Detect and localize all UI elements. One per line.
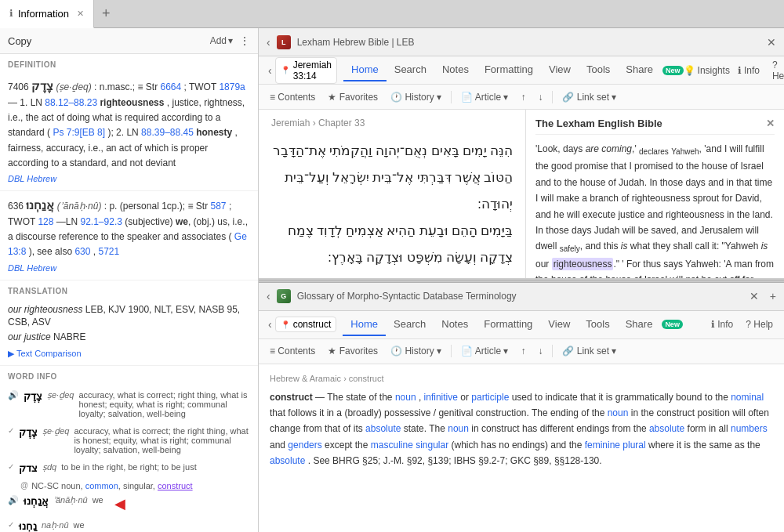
noun-link-2[interactable]: noun [608,407,629,418]
new-tab-button[interactable]: + [94,5,118,22]
info-button-bottom[interactable]: ℹ Info [706,317,738,331]
bottom-resource-title: Glossary of Morpho-Syntactic Database Te… [294,291,743,302]
tab-formatting-top[interactable]: Formatting [477,59,541,81]
link-5721[interactable]: 5721 [98,246,119,257]
link-set-btn-bottom[interactable]: 🔗 Link set ▾ [557,344,621,358]
tab-information[interactable]: ℹ Information ✕ [0,0,94,28]
str-link-1[interactable]: 6664 [160,81,181,92]
check-icon-3: ✓ [8,462,14,471]
bottom-close-tab-button[interactable]: ✕ [746,288,762,304]
location-text[interactable]: Jeremiah 33:14 [293,60,332,81]
top-panel-actions: 💡 Insights ℹ Info ? Help [684,58,784,83]
noun-link[interactable]: noun [395,392,416,403]
top-panel-tabs: Home Search Notes Formatting View Tools … [343,59,684,81]
contents-btn-bottom[interactable]: ≡ Contents [265,344,320,358]
bottom-back-button[interactable]: ‹ [263,288,274,304]
word-info-entry-1: 🔊 צֶדֶק ṣe·ḏeq accuracy, what is correct… [8,389,250,420]
audio-icon-1[interactable]: 🔊 [8,390,19,400]
bottom-location-icon: 📍 [281,320,290,329]
bottom-prev-button[interactable]: ‹ [265,317,275,332]
ln-link-1[interactable]: 88.12–88.23 [45,97,97,108]
ln-link-1b[interactable]: 88.39–88.45 [141,127,194,138]
numbers-link[interactable]: numbers [731,423,768,434]
absolute-link[interactable]: absolute [365,423,401,434]
favorites-btn-top[interactable]: ★ Favorites [323,90,383,104]
translation-line-2: our justice NABRE [8,331,250,344]
noun-link-3[interactable]: noun [448,423,469,434]
tab-close-icon[interactable]: ✕ [77,9,84,19]
down-btn-bottom[interactable]: ↓ [533,344,547,358]
wi-def-4: we [93,495,103,505]
text-comparison-link[interactable]: ▶ Text Comparison [8,349,82,359]
tab-share-top[interactable]: Share [618,59,661,81]
add-button[interactable]: Add ▾ [210,35,233,46]
ln2-label: —LN [56,216,81,227]
infinitive-link[interactable]: infinitive [424,392,458,403]
tab-notes-top[interactable]: Notes [434,59,477,81]
twot-link-1[interactable]: 1879a [219,81,245,92]
tab-tools-bottom[interactable]: Tools [578,313,617,336]
help-button-top[interactable]: ? Help [768,58,784,83]
history-btn-top[interactable]: 🕐 History ▾ [386,90,446,104]
link-630[interactable]: 630 [74,246,90,257]
tab-search-bottom[interactable]: Search [386,313,434,336]
top-back-button[interactable]: ‹ [263,34,274,50]
insights-button[interactable]: 💡 Insights [684,65,730,76]
tab-home-bottom[interactable]: Home [343,313,386,336]
top-close-panel-button[interactable]: ✕ [764,34,779,50]
favorites-btn-bottom[interactable]: ★ Favorites [323,344,383,358]
new-badge-top: New [662,66,684,75]
bottom-panel-header: ‹ G Glossary of Morpho-Syntactic Databas… [259,283,784,311]
tab-view-bottom[interactable]: View [540,313,578,336]
tab-home-top[interactable]: Home [343,59,387,81]
tab-tools-top[interactable]: Tools [579,59,618,81]
up-btn-top[interactable]: ↑ [516,90,530,104]
more-options-button[interactable]: ⋮ [239,34,250,47]
genders-link[interactable]: genders [288,440,321,451]
tab-share-bottom[interactable]: Share [618,313,661,336]
absolute-link-2[interactable]: absolute [649,423,684,434]
ln-link-2[interactable]: 92.1–92.3 [81,216,122,227]
ps-link[interactable]: Ps 7:9[EB 8] [53,127,105,138]
down-btn-top[interactable]: ↓ [533,90,547,104]
definition-section-header: DEFINITION [0,54,258,72]
tab-notes-bottom[interactable]: Notes [434,313,476,336]
absolute-link-3[interactable]: absolute [270,455,305,466]
top-prev-button[interactable]: ‹ [265,63,275,78]
participle-link[interactable]: participle [471,392,509,403]
bottom-close-panel-button[interactable]: + [767,288,779,304]
contents-btn-top[interactable]: ≡ Contents [265,90,320,104]
twot-link-2[interactable]: 128 [38,216,53,227]
trans-bibles-2: NABRE [53,331,85,342]
help-button-bottom[interactable]: ? Help [741,317,778,331]
entry1-transliteration: (ṣe·ḏeq) [56,81,91,92]
feminine-plural-link[interactable]: feminine plural [585,440,646,451]
english-bible-close[interactable]: ✕ [766,118,775,129]
triangle-icon: ▶ [8,349,14,359]
tab-formatting-bottom[interactable]: Formatting [476,313,540,336]
str-link-2[interactable]: 587 [211,201,227,212]
wi-translit-5: naḥ·nû [42,520,69,530]
top-right-panel: ‹ L Lexham Hebrew Bible | LEB ✕ ‹ 📍 Jere… [259,28,784,280]
dbl-link-1[interactable]: DBL Hebrew [8,174,56,183]
bulb-icon: 💡 [684,65,695,76]
up-btn-bottom[interactable]: ↑ [516,344,530,358]
left-panel-actions: Add ▾ ⋮ [210,34,250,47]
dbl-link-2[interactable]: DBL Hebrew [8,263,56,273]
word-info-entry-2: ✓ צֶדֶק ṣe·ḏeq accuracy, what is correct… [8,425,250,456]
location-box: 📍 Jeremiah 33:14 [275,57,337,84]
nominal-link[interactable]: nominal [731,392,764,403]
bottom-location-text[interactable]: construct [293,319,332,330]
tab-search-top[interactable]: Search [387,59,434,81]
link-set-btn-top[interactable]: 🔗 Link set ▾ [557,90,621,104]
article-btn-top[interactable]: 📄 Article ▾ [456,90,513,104]
trans-label-1: our righteousness [8,304,82,315]
article-btn-bottom[interactable]: 📄 Article ▾ [456,344,513,358]
audio-icon-4[interactable]: 🔊 [8,495,19,505]
wi-hebrew-2: צֶדֶק [19,426,38,439]
masculine-singular-link[interactable]: masculine singular [371,440,448,451]
left-panel-content: DEFINITION 7406 צֶדֶק (ṣe·ḏeq) : n.masc.… [0,54,258,532]
history-btn-bottom[interactable]: 🕐 History ▾ [386,344,446,358]
info-button-top[interactable]: ℹ Info [733,63,764,78]
tab-view-top[interactable]: View [541,59,579,81]
